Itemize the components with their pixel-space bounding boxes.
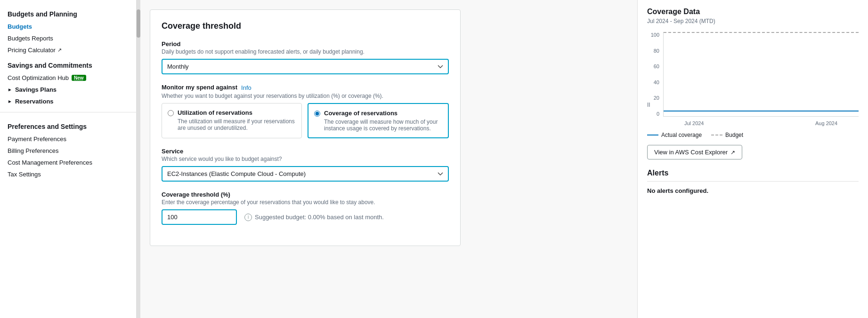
threshold-input[interactable]: [162, 209, 237, 225]
radio-utilization-input[interactable]: [168, 110, 174, 116]
sidebar: Budgets and Planning Budgets Budgets Rep…: [0, 0, 137, 318]
sidebar-item-cost-optimization-hub[interactable]: Cost Optimization Hub New: [0, 72, 136, 84]
threshold-row: i Suggested budget: 0.00% based on last …: [162, 209, 449, 225]
y-label-40: 40: [654, 80, 659, 85]
chart-container: 100 80 60 40 20 0 II Jul 2024 Aug 2024: [647, 32, 859, 126]
sidebar-item-cost-management-preferences[interactable]: Cost Management Preferences: [0, 157, 136, 168]
external-link-icon: ↗: [57, 47, 62, 53]
period-label: Period: [162, 40, 449, 48]
sidebar-section-savings: Savings and Commitments: [0, 56, 136, 72]
sidebar-scrollbar[interactable]: [137, 0, 140, 318]
sidebar-scrollbar-thumb[interactable]: [137, 9, 140, 38]
service-select[interactable]: EC2-Instances (Elastic Compute Cloud - C…: [162, 166, 449, 182]
period-select[interactable]: DailyMonthlyQuarterlyAnnually: [162, 59, 449, 74]
legend-budget: Budget: [711, 132, 743, 138]
sidebar-item-tax-settings[interactable]: Tax Settings: [0, 168, 136, 180]
alerts-title: Alerts: [647, 169, 859, 177]
legend-budget-line: [711, 135, 722, 135]
sidebar-item-budgets[interactable]: Budgets: [0, 21, 136, 32]
coverage-card: Coverage threshold Period Daily budgets …: [150, 9, 461, 246]
card-title: Coverage threshold: [162, 21, 449, 31]
sidebar-item-savings-plans[interactable]: ► Savings Plans: [0, 84, 136, 95]
radio-utilization-card[interactable]: Utilization of reservations The utilizat…: [162, 103, 302, 138]
sidebar-item-reservations[interactable]: ► Reservations: [0, 95, 136, 107]
service-section: Service Which service would you like to …: [162, 148, 449, 182]
y-label-60: 60: [654, 64, 659, 69]
y-label-100: 100: [651, 32, 659, 38]
external-link-icon: ↗: [730, 149, 735, 156]
sidebar-item-budgets-reports[interactable]: Budgets Reports: [0, 32, 136, 44]
view-explorer-button[interactable]: View in AWS Cost Explorer ↗: [647, 145, 742, 159]
legend-budget-label: Budget: [725, 132, 743, 138]
radio-coverage-card[interactable]: Coverage of reservations The coverage wi…: [308, 103, 449, 138]
form-panel: Coverage threshold Period Daily budgets …: [140, 0, 637, 318]
monitor-label: Monitor my spend against: [162, 84, 237, 91]
sidebar-section-budgets: Budgets and Planning: [0, 5, 136, 21]
chart-legend: Actual coverage Budget: [647, 132, 859, 138]
sidebar-item-billing-preferences[interactable]: Billing Preferences: [0, 145, 136, 157]
period-hint: Daily budgets do not support enabling fo…: [162, 48, 449, 55]
legend-actual-line: [647, 135, 658, 135]
no-alerts-text: No alerts configured.: [647, 187, 859, 194]
radio-utilization-title: Utilization of reservations: [178, 109, 296, 116]
y-label-20: 20: [654, 95, 659, 101]
expand-icon: ►: [8, 99, 12, 104]
sidebar-item-payment-preferences[interactable]: Payment Preferences: [0, 133, 136, 145]
radio-coverage-title: Coverage of reservations: [324, 110, 442, 117]
alerts-divider: [647, 181, 859, 182]
sidebar-divider: [0, 112, 136, 112]
legend-actual-label: Actual coverage: [661, 132, 702, 138]
x-label-jul: Jul 2024: [684, 120, 704, 126]
threshold-label: Coverage threshold (%): [162, 191, 449, 198]
suggested-budget: i Suggested budget: 0.00% based on last …: [244, 214, 384, 221]
info-icon: i: [244, 214, 252, 221]
radio-utilization-desc: The utilization will measure if your res…: [178, 118, 296, 131]
y-label-80: 80: [654, 48, 659, 54]
service-hint: Which service would you like to budget a…: [162, 156, 449, 162]
suggested-budget-text: Suggested budget: 0.00% based on last mo…: [255, 214, 384, 221]
service-label: Service: [162, 148, 449, 155]
threshold-hint: Enter the coverage percentage of your re…: [162, 199, 449, 206]
expand-icon: ►: [8, 87, 12, 92]
chart-x-labels: Jul 2024 Aug 2024: [663, 120, 859, 126]
monitor-info-link[interactable]: Info: [241, 84, 251, 91]
sidebar-item-pricing-calculator[interactable]: Pricing Calculator ↗: [0, 44, 136, 56]
period-section: Period Daily budgets do not support enab…: [162, 40, 449, 74]
chart-area: [663, 32, 859, 117]
monitor-section: Monitor my spend against Info Whether yo…: [162, 84, 449, 138]
new-badge: New: [72, 75, 86, 81]
sidebar-section-preferences: Preferences and Settings: [0, 117, 136, 133]
coverage-data-subtitle: Jul 2024 - Sep 2024 (MTD): [647, 18, 859, 24]
right-panel: Coverage Data Jul 2024 - Sep 2024 (MTD) …: [637, 0, 868, 318]
chart-dashed-100-line: [664, 32, 859, 33]
chart-actual-line: [664, 111, 859, 111]
x-label-aug: Aug 2024: [815, 120, 837, 126]
coverage-data-title: Coverage Data: [647, 8, 859, 16]
view-explorer-label: View in AWS Cost Explorer: [654, 149, 728, 156]
radio-coverage-input[interactable]: [314, 111, 320, 117]
threshold-section: Coverage threshold (%) Enter the coverag…: [162, 191, 449, 225]
radio-coverage-desc: The coverage will measure how much of yo…: [324, 119, 442, 132]
chart-pause-icon: II: [647, 102, 650, 108]
content-wrapper: Coverage threshold Period Daily budgets …: [140, 0, 868, 318]
y-label-0: 0: [657, 111, 659, 117]
monitor-hint: Whether you want to budget against your …: [162, 93, 449, 99]
radio-group: Utilization of reservations The utilizat…: [162, 103, 449, 138]
legend-actual: Actual coverage: [647, 132, 702, 138]
